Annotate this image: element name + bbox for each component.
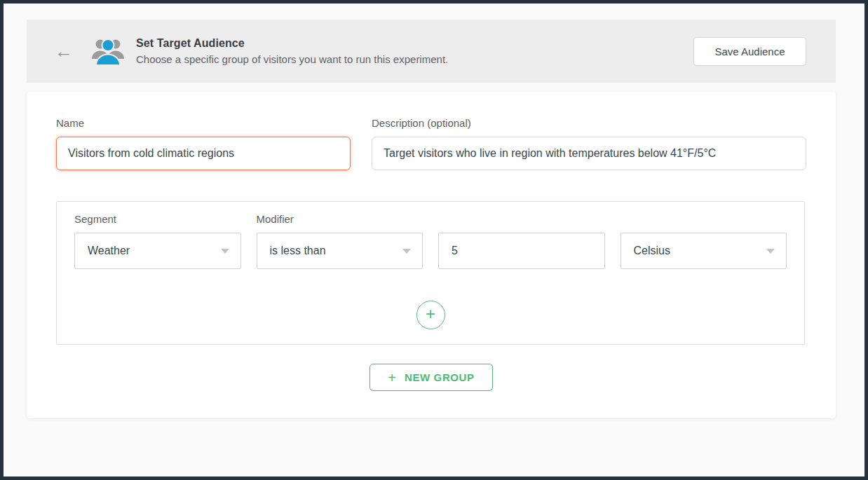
- description-input[interactable]: [372, 137, 806, 170]
- save-audience-button[interactable]: Save Audience: [693, 37, 806, 66]
- chevron-down-icon: [402, 249, 411, 254]
- unit-select[interactable]: Celsius: [621, 233, 787, 269]
- segment-group-box: Segment Weather Modifier is less than: [56, 201, 805, 345]
- modifier-select[interactable]: is less than: [257, 233, 423, 269]
- modifier-label: Modifier: [257, 213, 423, 226]
- new-group-label: NEW GROUP: [405, 371, 475, 383]
- header-text: Set Target Audience Choose a specific gr…: [136, 37, 448, 65]
- condition-row: Segment Weather Modifier is less than: [74, 213, 787, 269]
- page-title: Set Target Audience: [136, 37, 448, 50]
- segment-select[interactable]: Weather: [74, 233, 241, 269]
- audience-form-card: Name Description (optional) Segment Weat…: [27, 92, 836, 418]
- threshold-column: [438, 213, 605, 269]
- chevron-down-icon: [766, 249, 775, 254]
- name-description-row: Name Description (optional): [56, 117, 806, 170]
- description-field-group: Description (optional): [372, 117, 806, 170]
- name-label: Name: [56, 117, 351, 129]
- header-bar: ← Set Target Audience Choose a specific …: [27, 20, 836, 83]
- modifier-column: Modifier is less than: [257, 213, 423, 269]
- new-group-row: + NEW GROUP: [56, 364, 806, 391]
- unit-selected-value: Celsius: [634, 245, 670, 257]
- plus-icon: +: [388, 371, 396, 385]
- name-field-group: Name: [56, 117, 351, 170]
- segment-column: Segment Weather: [74, 213, 241, 269]
- segment-label: Segment: [74, 213, 241, 226]
- back-arrow-icon[interactable]: ←: [55, 42, 73, 60]
- page-subtitle: Choose a specific group of visitors you …: [136, 53, 448, 65]
- segment-selected-value: Weather: [88, 245, 130, 257]
- threshold-value-input[interactable]: [438, 233, 605, 269]
- threshold-label-spacer: [438, 213, 605, 226]
- new-group-button[interactable]: + NEW GROUP: [369, 364, 493, 391]
- unit-label-spacer: [621, 213, 787, 226]
- chevron-down-icon: [221, 249, 229, 254]
- unit-column: Celsius: [621, 213, 787, 269]
- name-input[interactable]: [56, 137, 351, 170]
- audience-icon: [91, 36, 125, 67]
- description-label: Description (optional): [372, 117, 806, 129]
- add-condition-row: +: [74, 301, 787, 329]
- plus-icon: +: [426, 306, 435, 322]
- add-condition-button[interactable]: +: [416, 301, 445, 329]
- modifier-selected-value: is less than: [270, 245, 326, 257]
